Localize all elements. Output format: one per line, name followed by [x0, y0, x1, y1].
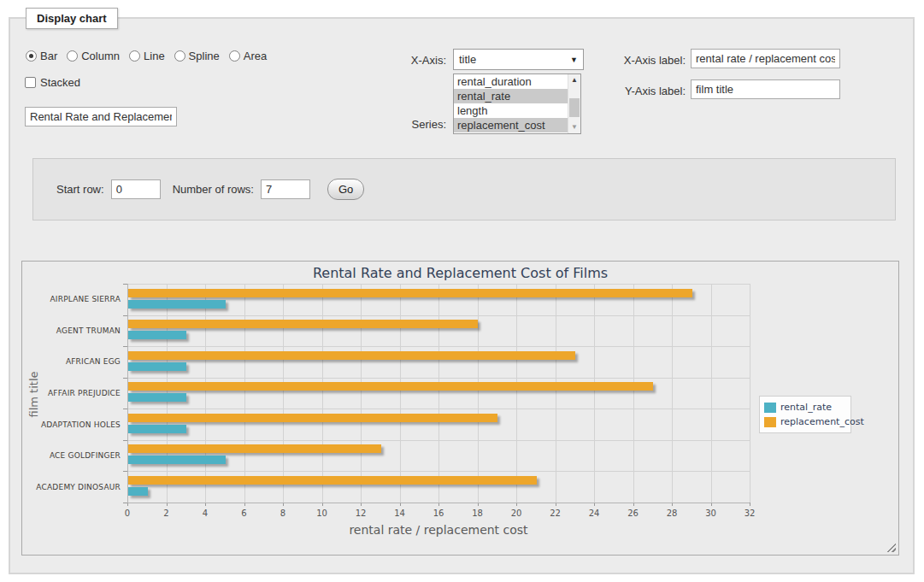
bar-rental_rate — [128, 456, 226, 464]
series-option-rental_rate[interactable]: rental_rate — [454, 89, 568, 103]
x-tick-label: 20 — [502, 509, 531, 518]
radio-line-icon[interactable] — [129, 50, 140, 62]
radio-bar-icon[interactable] — [26, 50, 37, 62]
gridline-v — [361, 284, 362, 503]
gridline-v — [283, 284, 284, 503]
chart-title-input[interactable] — [25, 107, 177, 126]
num-rows-input[interactable] — [261, 179, 310, 199]
x-tick-label: 24 — [580, 509, 609, 518]
y-axis-label-label: Y-Axis label: — [557, 85, 686, 97]
start-row-input[interactable] — [111, 179, 161, 199]
legend-label-replacement_cost: replacement_cost — [780, 416, 864, 427]
y-axis-title: film title — [27, 365, 40, 425]
start-row-label: Start row: — [56, 183, 104, 196]
radio-area-icon[interactable] — [229, 50, 240, 62]
x-axis-title: rental rate / replacement cost — [127, 523, 750, 537]
gridline-v — [633, 284, 634, 503]
x-tick-label: 18 — [463, 509, 492, 518]
series-option-rental_duration[interactable]: rental_duration — [454, 74, 568, 89]
x-tick-label: 6 — [230, 509, 259, 518]
gridline-v — [672, 284, 673, 503]
bar-replacement_cost — [128, 382, 653, 391]
x-tick-label: 26 — [619, 509, 648, 518]
stacked-checkbox-row[interactable]: Stacked — [25, 76, 80, 89]
chart-title: Rental Rate and Replacement Cost of Film… — [22, 265, 898, 281]
gridline-v — [750, 284, 750, 503]
x-axis-label-label: X-Axis label: — [557, 54, 686, 67]
series-scrollbar[interactable]: ▲ ▼ — [568, 74, 580, 133]
x-tick-label: 22 — [541, 509, 570, 518]
bar-replacement_cost — [128, 414, 497, 422]
bar-rental_rate — [128, 300, 226, 309]
gridline-v — [322, 284, 323, 503]
legend-item-rental_rate[interactable]: rental_rate — [764, 400, 845, 414]
x-tick-label: 2 — [152, 509, 181, 518]
x-axis-line — [127, 503, 750, 503]
x-tick-label: 14 — [385, 509, 415, 518]
x-tick-label: 0 — [113, 509, 142, 518]
chart-panel: Rental Rate and Replacement Cost of Film… — [21, 261, 899, 556]
stacked-label: Stacked — [40, 76, 80, 89]
gridline-v — [711, 284, 712, 503]
radio-spline-label: Spline — [189, 50, 220, 62]
radio-bar-label: Bar — [40, 50, 57, 62]
panel-legend: Display chart — [26, 8, 118, 29]
gridline-v — [400, 284, 401, 503]
legend-item-replacement_cost[interactable]: replacement_cost — [764, 414, 845, 429]
series-listbox[interactable]: rental_durationrental_ratelengthreplacem… — [453, 73, 581, 134]
series-option-length[interactable]: length — [454, 103, 568, 118]
radio-line[interactable]: Line — [129, 50, 165, 62]
resize-handle-icon[interactable] — [886, 543, 896, 552]
bar-rental_rate — [128, 331, 186, 339]
x-tick-label: 10 — [308, 509, 337, 518]
category-label: AGENT TRUMAN — [22, 326, 121, 335]
x-tick-label: 8 — [268, 509, 297, 518]
chart-type-radio-group: BarColumnLineSplineArea — [26, 50, 267, 62]
radio-area-label: Area — [244, 50, 267, 62]
gridline-v — [594, 284, 595, 503]
radio-line-label: Line — [144, 50, 165, 62]
bar-rental_rate — [128, 487, 148, 496]
stacked-checkbox[interactable] — [25, 77, 36, 88]
series-listbox-label: Series: — [361, 118, 446, 131]
bar-replacement_cost — [128, 320, 478, 328]
gridline-v — [244, 284, 245, 503]
gridline-v — [556, 284, 556, 503]
display-chart-panel: Display chart BarColumnLineSplineArea St… — [9, 17, 915, 574]
x-tick-label: 30 — [697, 509, 726, 518]
x-tickmark — [750, 503, 750, 506]
bar-rental_rate — [128, 393, 186, 402]
bar-replacement_cost — [128, 351, 575, 360]
radio-column-icon[interactable] — [67, 50, 78, 62]
x-tick-label: 28 — [657, 509, 686, 518]
series-options: rental_durationrental_ratelengthreplacem… — [454, 74, 568, 132]
scrollbar-thumb[interactable] — [569, 98, 580, 117]
x-axis-selected-value: title — [459, 53, 570, 66]
num-rows-label: Number of rows: — [173, 183, 254, 196]
legend-swatch-rental_rate — [764, 403, 776, 413]
bar-replacement_cost — [128, 444, 381, 453]
radio-column-label: Column — [81, 50, 120, 62]
scroll-down-icon[interactable]: ▼ — [568, 121, 580, 133]
x-tick-label: 12 — [346, 509, 375, 518]
chart-legend: rental_ratereplacement_cost — [759, 396, 851, 433]
radio-bar[interactable]: Bar — [26, 50, 57, 62]
row-controls-strip: Start row: Number of rows: Go — [32, 158, 896, 220]
category-label: ACE GOLDFINGER — [22, 451, 121, 460]
bar-rental_rate — [128, 362, 186, 371]
series-option-replacement_cost[interactable]: replacement_cost — [454, 118, 568, 132]
category-label: ACADEMY DINOSAUR — [22, 483, 121, 491]
y-axis-label-input[interactable] — [691, 79, 840, 99]
legend-swatch-replacement_cost — [764, 417, 776, 427]
radio-spline-icon[interactable] — [174, 50, 185, 62]
x-tick-label: 4 — [191, 509, 220, 518]
radio-area[interactable]: Area — [229, 50, 267, 62]
x-tick-label: 32 — [735, 509, 764, 518]
radio-spline[interactable]: Spline — [174, 50, 220, 62]
x-tick-label: 16 — [424, 509, 453, 518]
x-axis-label-input[interactable] — [691, 49, 840, 68]
radio-column[interactable]: Column — [67, 50, 120, 62]
bar-rental_rate — [128, 425, 186, 433]
bar-replacement_cost — [128, 476, 537, 485]
go-button[interactable]: Go — [327, 179, 364, 200]
